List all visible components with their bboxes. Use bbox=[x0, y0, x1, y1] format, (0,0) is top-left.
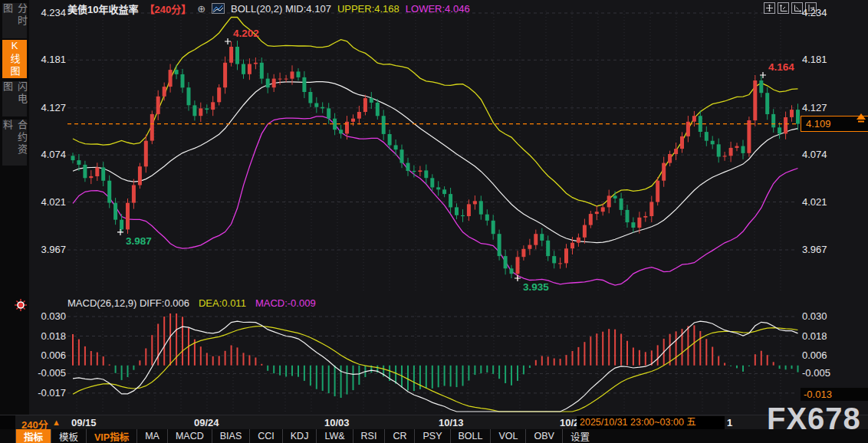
toolbar-item-11[interactable]: CR bbox=[384, 429, 414, 443]
bar-tooltip: 2025/10/31 23:00~03:00 五 bbox=[577, 416, 725, 429]
macd-axis-label: 0.006 bbox=[31, 349, 66, 361]
price-axis-label: 3.967 bbox=[31, 244, 66, 255]
toolbar-item-7[interactable]: CCI bbox=[249, 429, 282, 443]
indicator-burst-icon bbox=[14, 298, 28, 315]
date-label: 09/24 bbox=[194, 417, 219, 428]
date-label: 10/13 bbox=[439, 417, 464, 428]
macd-axis-label: -0.005 bbox=[802, 367, 830, 379]
timeline-extra-label: 1 bbox=[727, 417, 732, 428]
price-alert-icon bbox=[856, 113, 866, 126]
chart-canvas[interactable]: 4.2023.9873.9354.164 bbox=[0, 0, 868, 443]
zoom-in-axis-icon[interactable] bbox=[778, 2, 789, 14]
add-indicator-icon[interactable]: ⊕ bbox=[197, 4, 205, 14]
boll-lower-label: LOWER:4.046 bbox=[406, 3, 470, 15]
macd-header: MACD(26,12,9) DIFF:0.006 DEA:0.011 MACD:… bbox=[67, 297, 316, 309]
zoom-out-axis-icon[interactable] bbox=[791, 2, 803, 14]
macd-axis-label: 0.030 bbox=[31, 310, 66, 322]
toolbar-item-6[interactable]: BIAS bbox=[212, 429, 250, 443]
indicator-chart-icon[interactable] bbox=[212, 3, 225, 14]
price-axis-label: 4.234 bbox=[802, 7, 827, 18]
sidebar-tab-1[interactable]: 分时图 bbox=[2, 3, 27, 38]
triangle-up-icon[interactable]: ▲ bbox=[52, 418, 61, 427]
toolbar-item-1[interactable]: 指标 bbox=[15, 429, 51, 443]
toolbar-item-2[interactable]: 模板 bbox=[51, 429, 86, 443]
price-axis-label: 3.967 bbox=[802, 244, 827, 255]
watermark: FX678 bbox=[767, 402, 861, 436]
toolbar-pad bbox=[0, 429, 15, 443]
pan-icon[interactable] bbox=[764, 2, 775, 14]
toolbar-item-4[interactable]: MA bbox=[136, 429, 167, 443]
price-axis-label: 4.127 bbox=[802, 102, 827, 113]
svg-text:4.202: 4.202 bbox=[233, 28, 259, 39]
price-axis-label: 4.181 bbox=[802, 54, 827, 65]
toolbar-item-5[interactable]: MACD bbox=[167, 429, 212, 443]
toolbar-item-15[interactable]: OBV bbox=[525, 429, 561, 443]
trading-app-window: 4.2023.9873.9354.164 分时图K线图闪电图合约资料 美债10年… bbox=[0, 0, 868, 443]
price-axis-label: 4.021 bbox=[31, 196, 66, 208]
toolbar-item-16[interactable]: 设置 bbox=[562, 429, 597, 443]
macd-axis-label: -0.005 bbox=[31, 367, 66, 379]
svg-text:4.164: 4.164 bbox=[768, 61, 794, 73]
date-label: 09/15 bbox=[71, 417, 97, 428]
macd-dea-label: DEA:0.011 bbox=[199, 297, 246, 309]
toolbar-item-3[interactable]: VIP指标 bbox=[86, 429, 136, 443]
price-axis-label: 4.021 bbox=[802, 196, 827, 208]
sidebar-tab-2[interactable]: K线图 bbox=[2, 40, 27, 78]
interval-tag: 【240分】 bbox=[144, 2, 191, 16]
boll-label: BOLL(20,2) MID:4.107 bbox=[231, 3, 331, 15]
macd-axis-label: 0.018 bbox=[31, 330, 66, 342]
toolbar-item-12[interactable]: PSY bbox=[414, 429, 449, 443]
sidebar-tab-4[interactable]: 合约资料 bbox=[2, 120, 27, 166]
svg-text:3.935: 3.935 bbox=[523, 281, 549, 293]
macd-axis-label: 0.030 bbox=[802, 310, 827, 322]
date-label: 10/03 bbox=[324, 417, 350, 428]
toolbar-item-13[interactable]: BOLL bbox=[450, 429, 491, 443]
chart-header: 美债10年收益率 【240分】 ⊕ BOLL(20,2) MID:4.107 U… bbox=[67, 2, 470, 15]
toolbar-item-9[interactable]: LW& bbox=[316, 429, 352, 443]
toolbar-item-14[interactable]: VOL bbox=[490, 429, 525, 443]
toolbar-item-10[interactable]: RSI bbox=[353, 429, 385, 443]
timeline-corner bbox=[0, 415, 15, 430]
macd-axis-label: -0.017 bbox=[31, 387, 66, 399]
svg-text:3.987: 3.987 bbox=[126, 235, 152, 247]
instrument-title: 美债10年收益率 bbox=[67, 2, 138, 16]
sidebar-tab-3[interactable]: 闪电图 bbox=[2, 81, 27, 116]
macd-axis-label: 0.018 bbox=[802, 330, 827, 342]
price-axis-label: 4.181 bbox=[31, 54, 66, 65]
timeline-bar: 240分 ▲ 09/1509/2410/0310/1310/2 2025/10/… bbox=[0, 415, 868, 429]
current-macd-tag: -0.013 bbox=[801, 388, 868, 401]
indicator-toolbar: 指标模板VIP指标MAMACDBIASCCIKDJLW&RSICRPSYBOLL… bbox=[0, 429, 868, 443]
toolbar-item-8[interactable]: KDJ bbox=[282, 429, 317, 443]
price-axis-label: 4.074 bbox=[802, 149, 827, 160]
price-axis-label: 4.074 bbox=[31, 149, 66, 160]
macd-diff-label: MACD(26,12,9) DIFF:0.006 bbox=[67, 297, 189, 309]
price-axis-label: 4.127 bbox=[31, 102, 66, 113]
boll-upper-label: UPPER:4.168 bbox=[337, 3, 399, 15]
macd-value-label: MACD:-0.009 bbox=[255, 297, 316, 309]
price-axis-label: 4.234 bbox=[31, 7, 66, 18]
sidebar: 分时图K线图闪电图合约资料 bbox=[0, 0, 29, 415]
macd-axis-label: 0.006 bbox=[802, 349, 827, 361]
